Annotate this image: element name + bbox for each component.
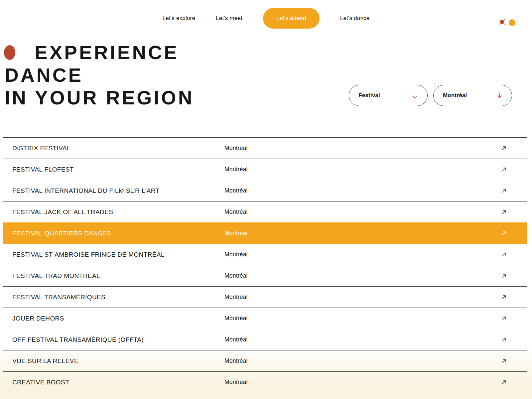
festival-city: Montréal (224, 208, 501, 215)
arrow-up-right-icon (501, 337, 507, 342)
festival-name: FESTIVAL ST-AMBROISE FRINGE DE MONTRÉAL (12, 251, 224, 258)
arrow-up-right-icon (501, 209, 507, 215)
table-row[interactable]: FESTIVAL ST-AMBROISE FRINGE DE MONTRÉAL … (3, 244, 527, 265)
table-row[interactable]: VUE SUR LA RELÈVE Montréal (3, 350, 527, 371)
sun-icon[interactable] (498, 18, 506, 27)
filter-type-dropdown[interactable]: Festival (349, 85, 428, 106)
festival-name: FESTIVAL TRAD MONTRÉAL (12, 272, 224, 280)
festival-name: VUE SUR LA RELÈVE (12, 357, 224, 365)
festival-list: DISTRIX FESTIVAL Montréal FESTIVAL FLOFE… (3, 137, 527, 393)
festival-city: Montréal (224, 230, 501, 237)
table-row[interactable]: FESTIVAL TRANSAMÉRIQUES Montréal (3, 286, 527, 308)
table-row[interactable]: FESTIVAL JACK OF ALL TRADES Montréal (3, 201, 527, 222)
chevron-down-icon (411, 92, 419, 99)
arrow-up-right-icon (501, 230, 507, 236)
festival-city: Montréal (224, 379, 501, 386)
table-row[interactable]: OFF-FESTIVAL TRANSAMÉRIQUE (OFFTA) Montr… (3, 329, 527, 350)
arrow-up-right-icon (501, 379, 507, 385)
hero-section: EXPERIENCE DANCE IN YOUR REGION Festival… (0, 37, 532, 137)
table-row[interactable]: DISTRIX FESTIVAL Montréal (3, 137, 527, 159)
table-row[interactable]: FESTIVAL TRAD MONTRÉAL Montréal (3, 265, 527, 286)
arrow-up-right-icon (501, 316, 507, 321)
title-line-2: DANCE (5, 64, 532, 86)
festival-city: Montréal (224, 357, 501, 364)
filter-region-value: Montréal (443, 92, 467, 99)
nav-lets-dance[interactable]: Let's dance (340, 15, 370, 22)
festival-name: OFF-FESTIVAL TRANSAMÉRIQUE (OFFTA) (12, 336, 224, 343)
table-row[interactable]: CREATIVE BOOST Montréal (3, 371, 527, 393)
top-nav: Let's explore Let's meet Let's attend Le… (0, 0, 532, 37)
arrow-up-right-icon (501, 294, 507, 300)
filter-region-dropdown[interactable]: Montréal (433, 85, 512, 106)
festival-city: Montréal (224, 251, 501, 258)
arrow-up-right-icon (501, 188, 507, 194)
arrow-up-right-icon (501, 145, 507, 151)
table-row[interactable]: FESTIVAL INTERNATIONAL DU FILM SUR L'ART… (3, 180, 527, 201)
title-line-1: EXPERIENCE (35, 41, 179, 64)
festival-name: CREATIVE BOOST (12, 379, 224, 386)
festival-name: JOUER DEHORS (12, 315, 224, 322)
festival-name: FESTIVAL JACK OF ALL TRADES (12, 208, 224, 216)
festival-city: Montréal (224, 315, 501, 322)
nav-corner-dots (498, 18, 515, 27)
table-row[interactable]: JOUER DEHORS Montréal (3, 308, 527, 329)
orange-dot-icon[interactable] (509, 19, 515, 26)
arrow-up-right-icon (501, 167, 507, 172)
nav-lets-explore[interactable]: Let's explore (163, 15, 195, 22)
festival-name: FESTIVAL INTERNATIONAL DU FILM SUR L'ART (12, 187, 224, 195)
filter-bar: Festival Montréal (349, 85, 512, 106)
filter-type-value: Festival (358, 92, 380, 99)
festival-city: Montréal (224, 145, 501, 152)
nav-items: Let's explore Let's meet Let's attend Le… (163, 8, 370, 29)
arrow-up-right-icon (501, 273, 507, 279)
festival-city: Montréal (224, 272, 501, 279)
red-bullet-icon (4, 45, 15, 60)
table-row[interactable]: FESTIVAL FLOFEST Montréal (3, 159, 527, 180)
festival-name: FESTIVAL FLOFEST (12, 166, 224, 173)
festival-name: DISTRIX FESTIVAL (12, 145, 224, 152)
festival-city: Montréal (224, 336, 501, 343)
table-row[interactable]: FESTIVAL QUARTIERS DANSES Montréal (3, 222, 527, 244)
festival-name: FESTIVAL TRANSAMÉRIQUES (12, 294, 224, 301)
nav-lets-meet[interactable]: Let's meet (216, 15, 242, 22)
nav-lets-attend[interactable]: Let's attend (263, 8, 320, 29)
chevron-down-icon (496, 92, 503, 99)
festival-city: Montréal (224, 294, 501, 301)
festival-city: Montréal (224, 166, 501, 173)
festival-city: Montréal (224, 187, 501, 194)
arrow-up-right-icon (501, 358, 507, 364)
festival-name: FESTIVAL QUARTIERS DANSES (12, 230, 224, 237)
arrow-up-right-icon (501, 252, 507, 257)
